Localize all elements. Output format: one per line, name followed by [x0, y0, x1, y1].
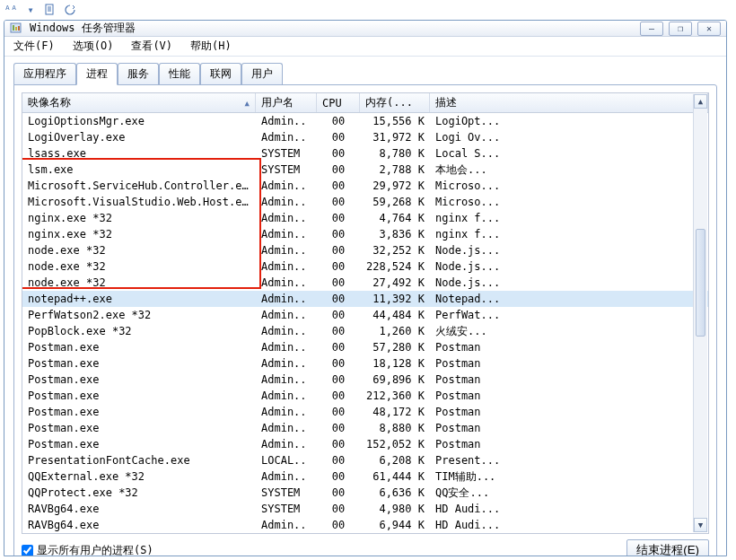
- col-user[interactable]: 用户名: [256, 93, 317, 112]
- cell-name: nginx.exe *32: [22, 228, 256, 241]
- svg-rect-2: [13, 25, 14, 31]
- table-row[interactable]: RAVBg64.exeSYSTEM004,980 KHD Audi...: [22, 501, 708, 517]
- table-row[interactable]: LogiOverlay.exeAdmin..0031,972 KLogi Ov.…: [22, 129, 708, 145]
- titlebar[interactable]: Windows 任务管理器 — ❐ ✕: [4, 21, 726, 37]
- cell-mem: 32,252 K: [360, 244, 430, 257]
- cell-desc: Postman: [430, 438, 708, 451]
- table-row[interactable]: Postman.exeAdmin..0018,128 KPostman: [22, 355, 708, 372]
- cell-name: notepad++.exe: [22, 293, 256, 305]
- col-memory[interactable]: 内存(...: [360, 93, 430, 112]
- scroll-up-button[interactable]: ▲: [694, 94, 707, 109]
- refresh-icon[interactable]: [63, 3, 77, 17]
- menu-help[interactable]: 帮助(H): [187, 37, 235, 56]
- table-row[interactable]: nginx.exe *32Admin..004,764 Knginx f...: [22, 210, 708, 226]
- menu-view[interactable]: 查看(V): [127, 37, 176, 56]
- col-cpu[interactable]: CPU: [317, 93, 360, 112]
- cell-cpu: 00: [317, 519, 360, 531]
- col-description[interactable]: 描述: [430, 93, 708, 112]
- doc-icon[interactable]: [43, 3, 57, 17]
- tab-4[interactable]: 联网: [200, 63, 241, 85]
- cell-desc: Postman: [430, 373, 708, 386]
- show-all-users-checkbox[interactable]: 显示所有用户的进程(S): [22, 543, 153, 557]
- cell-desc: Node.js...: [430, 276, 708, 289]
- scroll-thumb[interactable]: [696, 229, 705, 337]
- table-row[interactable]: nginx.exe *32Admin..003,836 Knginx f...: [22, 226, 708, 242]
- cell-mem: 6,944 K: [360, 519, 430, 531]
- table-row[interactable]: notepad++.exeAdmin..0011,392 KNotepad...: [22, 291, 708, 307]
- table-row[interactable]: QQProtect.exe *32SYSTEM006,636 KQQ安全...: [22, 485, 708, 501]
- maximize-button[interactable]: ❐: [669, 22, 692, 36]
- cell-cpu: 00: [317, 373, 360, 386]
- cell-name: lsm.exe: [22, 163, 256, 176]
- minimize-button[interactable]: —: [640, 22, 663, 36]
- table-row[interactable]: RAVBg64.exeAdmin..006,944 KHD Audi...: [22, 517, 708, 533]
- table-row[interactable]: node.exe *32Admin..0032,252 KNode.js...: [22, 242, 708, 258]
- cell-cpu: 00: [317, 196, 360, 208]
- table-row[interactable]: node.exe *32Admin..00228,524 KNode.js...: [22, 258, 708, 275]
- table-row[interactable]: lsm.exeSYSTEM002,788 K本地会...: [22, 162, 708, 178]
- vertical-scrollbar[interactable]: ▲ ▼: [693, 94, 707, 532]
- cell-name: PresentationFontCache.exe: [22, 454, 256, 467]
- cell-mem: 8,880 K: [360, 422, 430, 434]
- table-row[interactable]: PresentationFontCache.exeLOCAL..006,208 …: [22, 452, 708, 468]
- table-row[interactable]: Postman.exeAdmin..00212,360 KPostman: [22, 388, 708, 404]
- table-row[interactable]: Microsoft.ServiceHub.Controller.exeAdmin…: [22, 178, 708, 194]
- cell-user: Admin..: [256, 325, 317, 337]
- cell-desc: HD Audi...: [430, 519, 708, 531]
- table-row[interactable]: LogiOptionsMgr.exeAdmin..0015,556 KLogiO…: [22, 113, 708, 129]
- cell-mem: 152,052 K: [360, 438, 430, 451]
- cell-desc: Postman: [430, 389, 708, 402]
- cell-cpu: 00: [317, 454, 360, 467]
- cell-name: node.exe *32: [22, 244, 256, 257]
- cell-name: node.exe *32: [22, 276, 256, 289]
- tab-5[interactable]: 用户: [241, 63, 283, 85]
- cell-user: Admin..: [256, 115, 317, 127]
- col-image-name[interactable]: 映像名称 ▲: [22, 93, 256, 112]
- end-process-button[interactable]: 结束进程(E): [626, 539, 709, 556]
- cell-name: LogiOptionsMgr.exe: [22, 115, 256, 127]
- cell-name: Postman.exe: [22, 341, 256, 354]
- cell-user: Admin..: [256, 519, 317, 531]
- cell-user: SYSTEM: [256, 503, 317, 515]
- table-row[interactable]: PerfWatson2.exe *32Admin..0044,484 KPerf…: [22, 307, 708, 323]
- task-manager-window: Windows 任务管理器 — ❐ ✕ 文件(F) 选项(O) 查看(V) 帮助…: [4, 20, 727, 556]
- tab-3[interactable]: 性能: [159, 63, 200, 85]
- cell-desc: Postman: [430, 422, 708, 434]
- cell-desc: Notepad...: [430, 293, 708, 305]
- table-row[interactable]: QQExternal.exe *32Admin..0061,444 KTIM辅助…: [22, 468, 708, 485]
- text-size-icon[interactable]: ᴬᴬ: [4, 3, 18, 17]
- cell-mem: 48,172 K: [360, 406, 430, 418]
- table-header: 映像名称 ▲ 用户名 CPU 内存(... 描述: [22, 93, 708, 113]
- menubar: 文件(F) 选项(O) 查看(V) 帮助(H): [4, 37, 726, 57]
- cell-desc: Postman: [430, 357, 708, 370]
- menu-options[interactable]: 选项(O): [69, 37, 118, 56]
- cell-user: Admin..: [256, 406, 317, 418]
- process-table: 映像名称 ▲ 用户名 CPU 内存(... 描述 LogiOptionsMgr.…: [22, 92, 709, 534]
- close-button[interactable]: ✕: [697, 22, 721, 36]
- cell-desc: TIM辅助...: [430, 469, 708, 485]
- svg-rect-4: [18, 26, 20, 31]
- cell-mem: 6,208 K: [360, 454, 430, 467]
- menu-file[interactable]: 文件(F): [10, 37, 58, 56]
- scroll-down-button[interactable]: ▼: [694, 518, 707, 532]
- table-row[interactable]: Microsoft.VisualStudio.Web.Host.ex...Adm…: [22, 194, 708, 210]
- table-row[interactable]: Postman.exeAdmin..0057,280 KPostman: [22, 339, 708, 355]
- cell-cpu: 00: [317, 422, 360, 434]
- table-row[interactable]: lsass.exeSYSTEM008,780 KLocal S...: [22, 145, 708, 162]
- table-row[interactable]: Postman.exeAdmin..0069,896 KPostman: [22, 372, 708, 388]
- table-row[interactable]: Postman.exeAdmin..0048,172 KPostman: [22, 404, 708, 420]
- cell-cpu: 00: [317, 503, 360, 515]
- show-all-users-input[interactable]: [22, 545, 33, 556]
- tab-1[interactable]: 进程: [76, 63, 118, 85]
- cell-mem: 57,280 K: [360, 341, 430, 354]
- tab-2[interactable]: 服务: [118, 63, 159, 85]
- table-row[interactable]: Postman.exeAdmin..008,880 KPostman: [22, 420, 708, 436]
- down-icon[interactable]: ▾: [23, 3, 38, 17]
- table-row[interactable]: Postman.exeAdmin..00152,052 KPostman: [22, 436, 708, 452]
- cell-name: node.exe *32: [22, 260, 256, 273]
- table-row[interactable]: PopBlock.exe *32Admin..001,260 K火绒安...: [22, 323, 708, 339]
- table-row[interactable]: node.exe *32Admin..0027,492 KNode.js...: [22, 275, 708, 291]
- tab-0[interactable]: 应用程序: [13, 63, 76, 85]
- outer-toolbar: ᴬᴬ ▾: [0, 0, 736, 20]
- cell-user: Admin..: [256, 293, 317, 305]
